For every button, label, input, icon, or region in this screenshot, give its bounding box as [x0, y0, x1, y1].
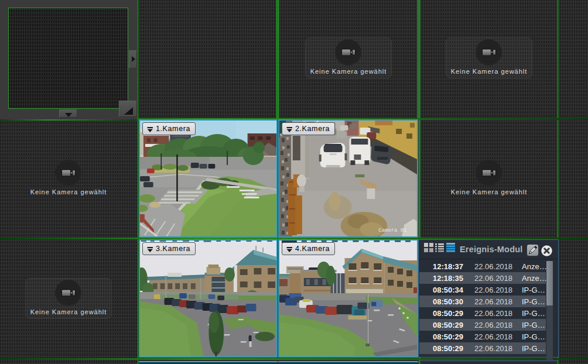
- svg-text:Camera 01: Camera 01: [378, 228, 406, 233]
